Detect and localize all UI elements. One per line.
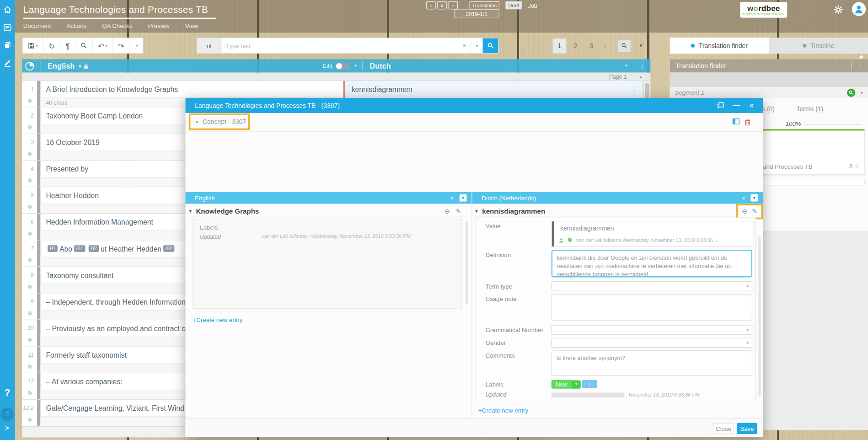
row-handle[interactable]: [37, 81, 40, 107]
row-handle[interactable]: [37, 134, 40, 160]
menu-item-actions[interactable]: Actions: [66, 22, 86, 29]
term-type-select[interactable]: ▼: [552, 281, 754, 291]
dutch-panel-close-icon[interactable]: ×: [741, 194, 745, 201]
collapse-entry-icon[interactable]: ⊖: [445, 207, 450, 215]
search-input[interactable]: Type text: [221, 38, 458, 54]
page-button-1[interactable]: 1: [552, 38, 566, 54]
panel-tab-timeline[interactable]: Timeline: [769, 38, 868, 54]
row-handle[interactable]: [37, 347, 40, 373]
panel-tab-translation-finder[interactable]: Translation finder: [670, 38, 769, 54]
grammatical-number-select[interactable]: ▼: [552, 325, 754, 335]
save-button[interactable]: Save: [737, 423, 757, 434]
segment-collapse-icon[interactable]: ▼: [860, 91, 863, 94]
delete-concept-icon[interactable]: [745, 118, 750, 126]
save-button[interactable]: ▾: [23, 38, 43, 54]
prev-page-icon[interactable]: ‹: [542, 42, 549, 49]
documents-icon[interactable]: [3, 41, 11, 49]
star-icon[interactable]: ☆: [854, 163, 860, 170]
next-page-icon[interactable]: ›: [602, 42, 609, 49]
search-options-dropdown[interactable]: ▾: [471, 38, 483, 54]
column-dropdown-icon[interactable]: ▾: [625, 64, 627, 68]
segment-search-icon[interactable]: [847, 88, 855, 97]
toolbar-more-button[interactable]: ▾: [130, 38, 143, 54]
redo-button[interactable]: ↷: [113, 38, 130, 54]
formatting-marks-button[interactable]: ¶: [60, 38, 75, 54]
refresh-button[interactable]: ↻: [43, 38, 60, 54]
row-handle[interactable]: [37, 267, 40, 293]
layout-columns-icon[interactable]: [732, 118, 739, 126]
english-panel-scrollbar[interactable]: [466, 221, 468, 304]
page-options-dropdown[interactable]: ▼: [639, 43, 643, 48]
menu-item-document[interactable]: Document: [23, 22, 51, 29]
menu-item-preview[interactable]: Preview: [148, 22, 169, 29]
settings-gear-icon[interactable]: [834, 5, 843, 15]
target-language-header[interactable]: Dutch: [370, 62, 391, 70]
dutch-panel-dropdown-icon[interactable]: ▼: [750, 194, 758, 202]
source-language-header[interactable]: English: [48, 62, 75, 70]
expand-sidebar-icon[interactable]: >: [5, 424, 9, 432]
row-handle[interactable]: [37, 161, 40, 187]
user-avatar[interactable]: [852, 2, 866, 16]
concept-label[interactable]: Concept - 3307: [203, 118, 246, 125]
source-text[interactable]: A Brief Introduction to Knowledge Graphs: [40, 81, 343, 97]
document-list-button[interactable]: ≡: [437, 1, 447, 9]
add-label-button[interactable]: +: [582, 380, 597, 388]
minimize-icon[interactable]: —: [733, 102, 740, 110]
job-tab[interactable]: 2019-1/1: [454, 10, 499, 18]
english-entry-header[interactable]: ▼ Knowledge Graphs ⊖ ✎: [188, 207, 468, 217]
comments-textarea[interactable]: Is there another synonym?: [552, 350, 752, 376]
definition-textarea[interactable]: kennisbank die door Google en zijn diens…: [552, 250, 752, 278]
page-button-3[interactable]: 3: [584, 38, 598, 54]
page-button-2[interactable]: 2: [568, 38, 582, 54]
english-panel-close-icon[interactable]: ×: [450, 194, 454, 201]
row-handle[interactable]: [37, 373, 40, 399]
editor-pencil-icon[interactable]: [3, 59, 11, 67]
clear-search-icon[interactable]: ×: [458, 38, 471, 54]
list-view-icon[interactable]: [3, 23, 11, 32]
job-label[interactable]: Job: [526, 2, 540, 9]
row-handle[interactable]: [37, 400, 40, 426]
find-replace-button[interactable]: [75, 38, 93, 54]
help-icon[interactable]: ?: [5, 387, 11, 398]
row-handle[interactable]: [37, 107, 40, 134]
progress-pie-icon[interactable]: [25, 61, 34, 71]
menu-item-view[interactable]: View: [185, 22, 198, 29]
concept-toggle-highlight[interactable]: ▼ Concept - 3307: [189, 113, 250, 130]
target-text[interactable]: kennisdiagrammen: [352, 85, 413, 93]
row-handle[interactable]: [37, 214, 40, 240]
create-entry-link-english[interactable]: +Create new entry: [193, 317, 242, 323]
search-button[interactable]: [483, 38, 498, 54]
edit-dropdown-icon[interactable]: ▾: [354, 64, 356, 68]
page-search-button[interactable]: [617, 39, 631, 52]
translation-scope-button[interactable]: Translation: [469, 1, 499, 9]
row-handle[interactable]: [37, 187, 40, 213]
dutch-entry-header[interactable]: ▼ kennisdiagrammen: [474, 207, 759, 217]
search-language-box[interactable]: nl: [197, 38, 221, 54]
gender-select[interactable]: ▼: [552, 338, 754, 348]
prev-document-button[interactable]: ‹: [426, 1, 436, 9]
create-entry-link-dutch[interactable]: +Create new entry: [478, 407, 528, 414]
edit-entry-icon[interactable]: ✎: [455, 207, 461, 215]
row-handle[interactable]: [37, 320, 40, 346]
scroll-up-icon[interactable]: ▲: [639, 75, 643, 78]
popout-icon[interactable]: [717, 102, 724, 109]
english-panel-dropdown-icon[interactable]: ▼: [460, 194, 467, 202]
collapse-entry-icon[interactable]: ⊖: [742, 208, 747, 215]
row-handle[interactable]: [37, 240, 40, 266]
dutch-panel-scrollbar[interactable]: [758, 236, 761, 397]
edit-entry-icon[interactable]: ✎: [752, 208, 757, 215]
undo-button[interactable]: ↶▾: [93, 38, 113, 54]
home-icon[interactable]: [3, 5, 11, 14]
menu-toggle-icon[interactable]: ≡: [0, 408, 14, 421]
grid-menu-icon[interactable]: ⋮: [639, 62, 645, 70]
row-handle[interactable]: [37, 294, 40, 320]
menu-item-qa-checks[interactable]: QA Checks: [102, 22, 133, 29]
draft-status-button[interactable]: Draft: [505, 1, 522, 9]
close-button[interactable]: Close: [713, 423, 734, 434]
new-label-chip[interactable]: New▼: [552, 380, 581, 388]
term-value-input[interactable]: kennisdiagrammen van der Lek Iulianna We…: [552, 221, 754, 247]
close-icon[interactable]: ×: [749, 101, 754, 110]
next-document-button[interactable]: ›: [448, 1, 458, 9]
subtab-terms[interactable]: Terms (1): [796, 106, 823, 113]
usage-note-textarea[interactable]: [552, 294, 752, 321]
